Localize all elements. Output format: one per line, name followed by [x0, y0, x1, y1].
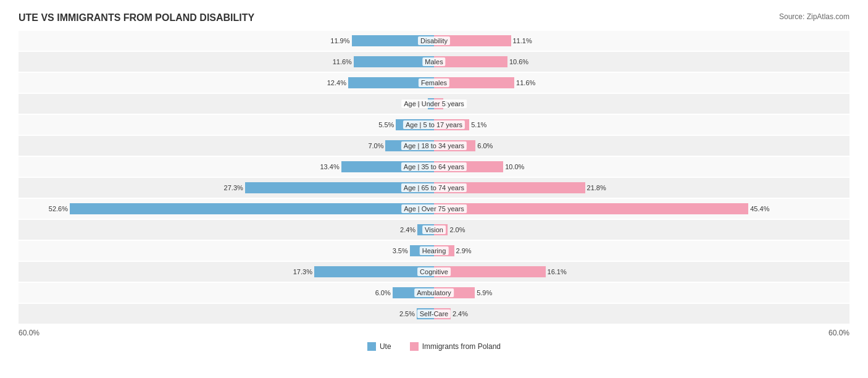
axis-label-right: 60.0% [828, 329, 849, 337]
bar-value-right: 2.0% [448, 226, 465, 233]
bar-center-label: Age | 35 to 64 years [401, 162, 467, 171]
bar-value-right: 5.9% [475, 289, 492, 296]
chart-row: 3.5%2.9%Hearing [19, 241, 849, 261]
bar-value-right: 6.0% [475, 142, 493, 149]
chart-source: Source: ZipAtlas.com [779, 12, 849, 21]
chart-row: 5.5%5.1%Age | 5 to 17 years [19, 115, 849, 135]
legend-label-poland: Immigrants from Poland [422, 342, 501, 351]
bar-right [434, 266, 546, 277]
bar-value-left: 13.4% [320, 163, 341, 170]
chart-row: 2.4%2.0%Vision [19, 220, 849, 240]
bar-center-label: Males [422, 57, 445, 66]
bar-value-right: 21.8% [585, 184, 606, 191]
bar-left [314, 266, 434, 277]
axis-label-left: 60.0% [19, 329, 40, 337]
chart-row: 11.6%10.6%Males [19, 52, 849, 72]
bar-value-right: 2.9% [454, 247, 472, 254]
bar-value-left: 5.5% [378, 121, 396, 128]
chart-row: 52.6%45.4%Age | Over 75 years [19, 199, 849, 219]
chart-row: 7.0%6.0%Age | 18 to 34 years [19, 136, 849, 156]
chart-row: 11.9%11.1%Disability [19, 31, 849, 51]
bar-value-right: 11.1% [511, 37, 532, 44]
bar-value-right: 11.6% [514, 79, 535, 86]
bar-center-label: Age | Over 75 years [401, 204, 467, 213]
bar-value-right: 45.4% [748, 205, 769, 212]
bar-value-left: 27.3% [224, 184, 245, 191]
bar-value-left: 2.5% [399, 310, 417, 317]
bar-value-right: 5.1% [469, 121, 486, 128]
chart-footer: 60.0% 60.0% [19, 329, 849, 337]
bar-right [434, 203, 748, 214]
legend-box-ute [367, 342, 376, 351]
chart-row: 27.3%21.8%Age | 65 to 74 years [19, 178, 849, 198]
bar-center-label: Age | Under 5 years [401, 99, 467, 108]
legend-item-ute: Ute [367, 342, 391, 351]
bar-value-right: 10.0% [503, 163, 524, 170]
chart-row: 2.5%2.4%Self-Care [19, 304, 849, 324]
bar-value-left: 2.4% [400, 226, 417, 233]
chart-row: 17.3%16.1%Cognitive [19, 262, 849, 282]
bar-value-left: 11.6% [333, 58, 354, 65]
bar-center-label: Females [419, 78, 449, 87]
legend-item-poland: Immigrants from Poland [410, 342, 501, 351]
bar-value-left: 3.5% [393, 247, 410, 254]
chart-row: 6.0%5.9%Ambulatory [19, 283, 849, 303]
bar-value-left: 52.6% [49, 205, 70, 212]
bar-value-left: 7.0% [368, 142, 385, 149]
legend-box-poland [410, 342, 419, 351]
bar-center-label: Self-Care [417, 309, 451, 318]
bar-left [70, 203, 434, 214]
bar-center-label: Age | 65 to 74 years [401, 183, 467, 192]
bar-center-label: Hearing [420, 246, 449, 255]
bar-center-label: Ambulatory [414, 288, 454, 297]
bar-value-left: 17.3% [293, 268, 314, 275]
bar-center-label: Cognitive [417, 267, 451, 276]
bar-center-label: Disability [418, 36, 450, 45]
legend: Ute Immigrants from Poland [19, 342, 849, 351]
bar-value-right: 2.4% [451, 310, 468, 317]
chart-title: UTE VS IMMIGRANTS FROM POLAND DISABILITY [19, 12, 254, 23]
bar-value-right: 10.6% [507, 58, 528, 65]
bar-center-label: Age | 18 to 34 years [401, 141, 467, 150]
chart-row: 13.4%10.0%Age | 35 to 64 years [19, 157, 849, 177]
bar-value-left: 6.0% [375, 289, 393, 296]
bar-value-left: 12.4% [327, 79, 348, 86]
chart-container: UTE VS IMMIGRANTS FROM POLAND DISABILITY… [19, 12, 849, 351]
bar-value-right: 16.1% [546, 268, 567, 275]
chart-header: UTE VS IMMIGRANTS FROM POLAND DISABILITY… [19, 12, 849, 23]
chart-row: 0.86%1.3%Age | Under 5 years [19, 94, 849, 114]
bar-center-label: Age | 5 to 17 years [403, 120, 465, 129]
bar-center-label: Vision [422, 225, 446, 234]
bar-value-left: 11.9% [330, 37, 351, 44]
chart-body: 11.9%11.1%Disability11.6%10.6%Males12.4%… [19, 31, 849, 324]
legend-label-ute: Ute [380, 342, 391, 351]
chart-row: 12.4%11.6%Females [19, 73, 849, 93]
